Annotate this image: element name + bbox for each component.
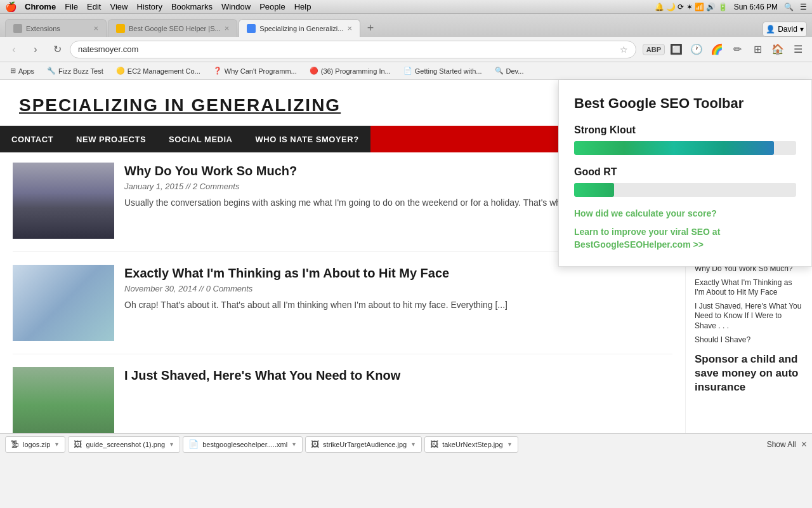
adblock-button[interactable]: ABP [643, 44, 665, 55]
post-thumbnail-img [13, 265, 114, 341]
post-thumbnail-img [13, 163, 114, 239]
menu-help[interactable]: Help [294, 2, 311, 11]
tab-extensions[interactable]: Extensions × [5, 19, 107, 37]
menu-chrome[interactable]: Chrome [25, 2, 56, 11]
download-item-xml[interactable]: 📄 bestgoogleseohelper.....xml ▾ [183, 436, 303, 453]
back-button[interactable]: ‹ [5, 41, 23, 58]
chrome-menu-icon[interactable]: ☰ [789, 41, 807, 58]
post-thumbnail-img [13, 367, 114, 443]
download-menu-icon[interactable]: ▾ [169, 441, 174, 448]
user-name: David [778, 25, 797, 34]
post-comments[interactable]: 2 Comments [193, 182, 240, 191]
tab-seo-helper[interactable]: Best Google SEO Helper |S... × [108, 19, 237, 37]
seo-calc-link[interactable]: How did we calculate your score? [574, 208, 796, 218]
download-item-take[interactable]: 🖼 takeUrNextStep.jpg ▾ [424, 436, 518, 453]
bookmark-programming[interactable]: 🔴 (36) Programming In... [304, 64, 396, 78]
download-menu-icon[interactable]: ▾ [54, 441, 60, 448]
tab-label: Best Google SEO Helper |S... [129, 25, 221, 32]
download-filename: guide_screenshot (1).png [86, 441, 165, 448]
extension-icon-3[interactable]: 🌈 [708, 41, 726, 58]
download-menu-icon[interactable]: ▾ [291, 441, 297, 448]
post-title[interactable]: Exactly What I'm Thinking as I'm About t… [124, 265, 672, 281]
extension-icon-2[interactable]: 🕐 [688, 41, 705, 58]
post-comment-separator: // [199, 284, 206, 293]
new-tab-button[interactable]: + [362, 19, 379, 37]
bookmark-icon: ⊞ [10, 67, 16, 75]
bookmark-ec2[interactable]: 🟡 EC2 Management Co... [111, 64, 206, 78]
menu-file[interactable]: File [65, 2, 78, 11]
chrome-window: Extensions × Best Google SEO Helper |S..… [0, 14, 812, 508]
user-icon: 👤 [766, 25, 775, 34]
tab-favicon-icon [13, 24, 22, 33]
apple-logo-icon[interactable]: 🍎 [5, 1, 17, 13]
download-bar-close-icon[interactable]: × [801, 439, 807, 450]
nav-new-projects[interactable]: NEW PROJECTS [65, 127, 157, 152]
menu-bookmarks[interactable]: Bookmarks [171, 2, 213, 11]
bookmarks-bar: ⊞ Apps 🔧 Fizz Buzz Test 🟡 EC2 Management… [0, 62, 812, 80]
download-item-guide[interactable]: 🖼 guide_screenshot (1).png ▾ [68, 436, 180, 453]
tab-bar: Extensions × Best Google SEO Helper |S..… [0, 14, 812, 37]
menu-icon[interactable]: ☰ [800, 3, 807, 11]
menu-bar-icons: 🔔 🌙 ⟳ ✶ 📶 🔊 🔋 [655, 3, 728, 11]
tab-natesmoyer[interactable]: Specializing in Generalizi... × [239, 19, 360, 37]
tab-favicon-icon [247, 24, 256, 33]
nav-who-is-nate[interactable]: WHO IS NATE SMOYER? [244, 127, 370, 152]
image-file-icon: 🖼 [430, 439, 438, 449]
seo-rt-bar [574, 183, 796, 197]
bookmark-icon: 🔧 [47, 67, 56, 75]
download-menu-icon[interactable]: ▾ [410, 441, 416, 448]
bookmark-star-icon[interactable]: ☆ [620, 44, 628, 55]
post-comments[interactable]: 0 Comments [206, 284, 253, 293]
seo-klout-fill [574, 141, 774, 155]
sidebar-recent-item[interactable]: Should I Shave? [695, 335, 803, 345]
download-item-strike[interactable]: 🖼 strikeUrTargetAudience.jpg ▾ [305, 436, 422, 453]
post-comment-separator: // [186, 182, 193, 191]
tab-close-icon[interactable]: × [225, 23, 230, 33]
address-bar[interactable]: natesmoyer.com ☆ [70, 41, 636, 58]
tab-label: Extensions [26, 25, 89, 32]
show-all-downloads-button[interactable]: Show All [767, 440, 796, 449]
bookmark-gettingstarted[interactable]: 📄 Getting Started with... [398, 64, 487, 78]
extension-icon-5[interactable]: ⊞ [749, 41, 766, 58]
tab-close-icon[interactable]: × [347, 23, 352, 33]
bookmark-icon: ❓ [213, 67, 222, 75]
post-thumbnail [13, 163, 114, 239]
sidebar-recent-item[interactable]: Exactly What I'm Thinking as I'm About t… [695, 278, 803, 298]
seo-toolbar-popup: Best Google SEO Toolbar Strong Klout Goo… [558, 80, 812, 267]
seo-learn-link[interactable]: Learn to improve your viral SEO at BestG… [574, 226, 796, 251]
download-filename: logos.zip [23, 441, 50, 448]
download-item-logos[interactable]: 🗜 logos.zip ▾ [5, 436, 65, 453]
post-thumbnail [13, 265, 114, 341]
extension-icon-4[interactable]: ✏ [728, 41, 746, 58]
sidebar-recent-item[interactable]: I Just Shaved, Here's What You Need to K… [695, 302, 803, 331]
bookmark-fizzbuzz[interactable]: 🔧 Fizz Buzz Test [42, 64, 108, 78]
forward-button[interactable]: › [27, 41, 44, 58]
nav-social-media[interactable]: SOCIAL MEDIA [157, 127, 244, 152]
menu-view[interactable]: View [110, 2, 128, 11]
bookmark-dev[interactable]: 🔍 Dev... [490, 64, 529, 78]
bookmark-label: (36) Programming In... [321, 67, 391, 75]
menu-window[interactable]: Window [221, 2, 251, 11]
system-time: Sun 6:46 PM [734, 3, 778, 11]
bookmark-apps[interactable]: ⊞ Apps [5, 64, 39, 78]
bookmark-label: Apps [18, 67, 34, 75]
image-file-icon: 🖼 [74, 439, 82, 449]
bookmark-label: Getting Started with... [415, 67, 482, 75]
tab-label: Specializing in Generalizi... [259, 25, 343, 32]
user-profile-button[interactable]: 👤 David ▾ [763, 22, 807, 37]
extension-icon-1[interactable]: 🔲 [667, 41, 685, 58]
chrome-home-icon[interactable]: 🏠 [769, 41, 787, 58]
tab-close-icon[interactable]: × [93, 23, 98, 33]
reload-button[interactable]: ↻ [48, 41, 66, 58]
menu-people[interactable]: People [259, 2, 285, 11]
post-content: I Just Shaved, Here's What You Need to K… [124, 367, 672, 443]
search-icon[interactable]: 🔍 [784, 3, 794, 11]
download-menu-icon[interactable]: ▾ [507, 441, 513, 448]
bookmark-cantprogram[interactable]: ❓ Why Can't Programm... [208, 64, 302, 78]
seo-klout-bar [574, 141, 796, 155]
post-title[interactable]: I Just Shaved, Here's What You Need to K… [124, 367, 672, 384]
bookmark-label: Why Can't Programm... [225, 67, 297, 75]
menu-edit[interactable]: Edit [87, 2, 101, 11]
menu-history[interactable]: History [136, 2, 162, 11]
nav-contact[interactable]: CONTACT [0, 127, 65, 152]
